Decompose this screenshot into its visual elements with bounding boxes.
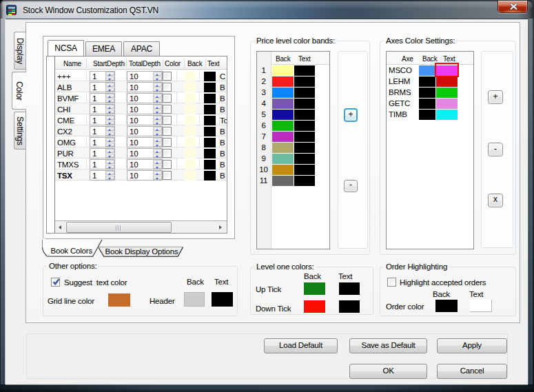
svg-text:Book Display Options: Book Display Options bbox=[105, 247, 178, 256]
svg-text:Book Colors: Book Colors bbox=[51, 247, 93, 255]
